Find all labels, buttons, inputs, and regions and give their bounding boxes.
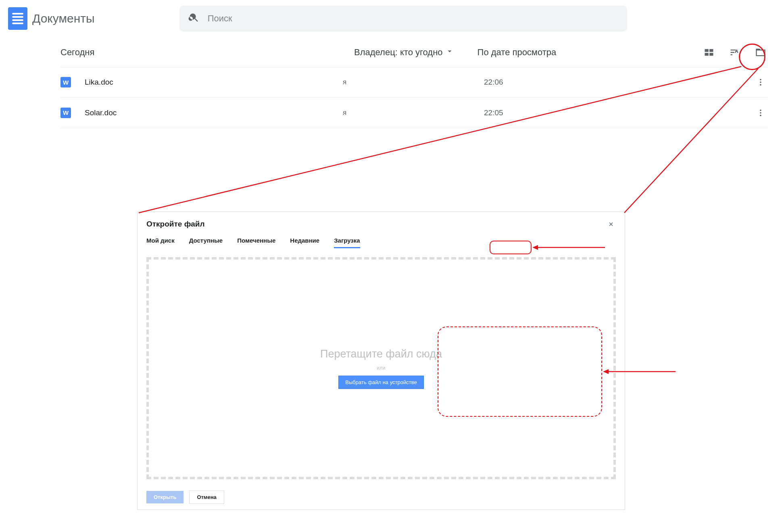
file-owner: я bbox=[343, 78, 484, 86]
section-title: Сегодня bbox=[60, 47, 343, 58]
svg-point-1 bbox=[760, 81, 761, 83]
drop-zone-title: Перетащите файл сюда bbox=[320, 348, 442, 360]
word-file-icon: W bbox=[60, 108, 71, 118]
file-time: 22:06 bbox=[484, 78, 645, 87]
drop-zone[interactable]: Перетащите файл сюда или Выбрать файл на… bbox=[146, 257, 616, 479]
drop-zone-or: или bbox=[377, 365, 386, 371]
docs-logo-icon bbox=[8, 7, 27, 30]
file-picker-dialog: Откройте файл × Мой диск Доступные Помеч… bbox=[137, 212, 625, 510]
close-button[interactable]: × bbox=[606, 219, 616, 229]
tab-recent[interactable]: Недавние bbox=[290, 237, 319, 248]
choose-file-button[interactable]: Выбрать файл на устройстве bbox=[338, 376, 423, 389]
grid-view-button[interactable] bbox=[702, 45, 716, 60]
sort-label[interactable]: По дате просмотра bbox=[477, 47, 557, 58]
sort-az-button[interactable] bbox=[728, 45, 742, 60]
search-input[interactable] bbox=[208, 13, 618, 24]
open-button[interactable]: Открыть bbox=[146, 491, 183, 503]
svg-point-3 bbox=[760, 109, 761, 111]
svg-point-0 bbox=[760, 79, 761, 81]
svg-point-5 bbox=[760, 114, 761, 116]
tab-shared[interactable]: Доступные bbox=[189, 237, 223, 248]
svg-point-4 bbox=[760, 112, 761, 114]
file-row[interactable]: W Solar.doc я 22:05 bbox=[60, 98, 768, 128]
word-file-icon: W bbox=[60, 77, 71, 87]
file-name: Solar.doc bbox=[85, 108, 343, 117]
tab-upload[interactable]: Загрузка bbox=[334, 237, 360, 248]
close-icon: × bbox=[609, 220, 613, 229]
search-icon bbox=[188, 12, 200, 25]
owner-filter-label: Владелец: кто угодно bbox=[354, 47, 443, 58]
list-toolbar: Сегодня Владелец: кто угодно По дате про… bbox=[0, 37, 784, 67]
chevron-down-icon bbox=[445, 47, 454, 58]
file-list: W Lika.doc я 22:06 W Solar.doc я 22:05 bbox=[0, 67, 784, 128]
file-more-button[interactable] bbox=[753, 106, 768, 120]
file-more-button[interactable] bbox=[753, 75, 768, 89]
file-row[interactable]: W Lika.doc я 22:06 bbox=[60, 67, 768, 98]
svg-point-2 bbox=[760, 84, 761, 86]
file-owner: я bbox=[343, 109, 484, 117]
file-time: 22:05 bbox=[484, 108, 645, 117]
tab-starred[interactable]: Помеченные bbox=[237, 237, 275, 248]
app-header: Документы bbox=[0, 0, 784, 37]
dialog-tabs: Мой диск Доступные Помеченные Недавние З… bbox=[138, 233, 625, 251]
search-bar[interactable] bbox=[179, 6, 627, 31]
file-name: Lika.doc bbox=[85, 78, 343, 87]
app-logo-wrap: Документы bbox=[8, 7, 95, 30]
app-title: Документы bbox=[32, 12, 95, 25]
tab-my-drive[interactable]: Мой диск bbox=[146, 237, 175, 248]
cancel-button[interactable]: Отмена bbox=[189, 490, 224, 504]
dialog-title: Откройте файл bbox=[146, 220, 205, 229]
owner-filter-dropdown[interactable]: Владелец: кто угодно bbox=[354, 47, 454, 58]
open-file-picker-button[interactable] bbox=[753, 45, 768, 60]
